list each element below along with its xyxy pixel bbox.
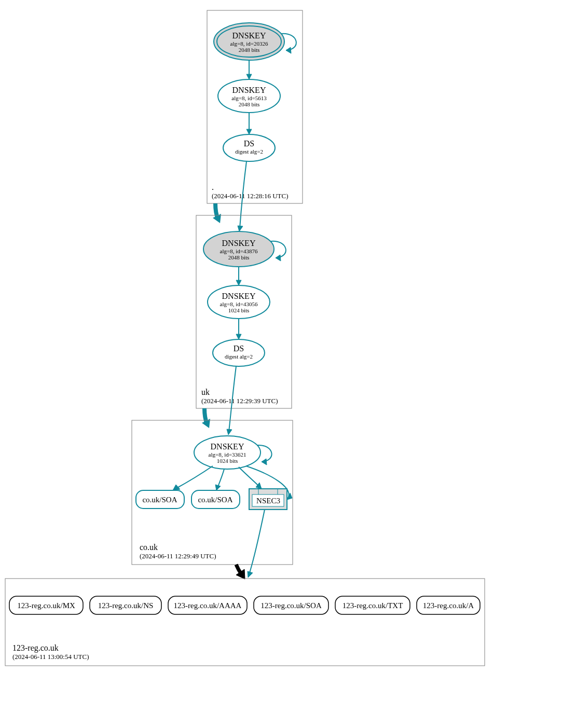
svg-text:123-reg.co.uk/AAAA: 123-reg.co.uk/AAAA (174, 601, 242, 610)
zone-root: . (2024-06-11 12:28:16 UTC) DNSKEY alg=8… (207, 10, 303, 203)
svg-marker-32 (236, 334, 241, 339)
edge-nsec3-domain (248, 510, 265, 578)
svg-text:NSEC3: NSEC3 (256, 497, 280, 505)
svg-text:2048 bits: 2048 bits (228, 254, 250, 260)
svg-text:2048 bits: 2048 bits (239, 47, 260, 53)
svg-marker-33 (227, 429, 232, 435)
svg-text:DNSKEY: DNSKEY (211, 442, 244, 451)
svg-text:DS: DS (234, 344, 244, 353)
zone-uk: uk (2024-06-11 12:29:39 UTC) DNSKEY alg=… (196, 215, 292, 408)
zone-uk-ts: (2024-06-11 12:29:39 UTC) (201, 397, 278, 405)
svg-text:co.uk/SOA: co.uk/SOA (198, 496, 232, 504)
zone-couk-ts: (2024-06-11 12:29:49 UTC) (140, 552, 216, 560)
svg-marker-16 (238, 226, 243, 231)
svg-text:123-reg.co.uk/TXT: 123-reg.co.uk/TXT (342, 601, 403, 610)
svg-marker-53 (287, 493, 292, 500)
svg-text:123-reg.co.uk/MX: 123-reg.co.uk/MX (17, 601, 75, 610)
svg-marker-51 (215, 485, 221, 490)
svg-text:DNSKEY: DNSKEY (232, 86, 266, 94)
svg-text:123-reg.co.uk/NS: 123-reg.co.uk/NS (98, 601, 154, 610)
edge-uk-ksk-zsk (236, 267, 241, 285)
svg-text:2048 bits: 2048 bits (239, 101, 260, 107)
zone-root-ts: (2024-06-11 12:28:16 UTC) (212, 192, 289, 200)
domain-aaaa[interactable]: 123-reg.co.uk/AAAA (168, 596, 247, 614)
zone-root-name: . (212, 183, 214, 191)
svg-marker-50 (173, 485, 180, 490)
svg-point-29 (213, 339, 265, 366)
domain-txt[interactable]: 123-reg.co.uk/TXT (335, 596, 410, 614)
edge-couk-zsk-soa2 (215, 469, 224, 490)
edge-uk-zsk-ds (236, 319, 241, 339)
svg-text:digest alg=2: digest alg=2 (235, 148, 263, 155)
svg-text:alg=8, id=43876: alg=8, id=43876 (220, 248, 258, 254)
root-zsk-node[interactable]: DNSKEY alg=8, id=5613 2048 bits (218, 79, 280, 113)
svg-text:alg=8, id=33621: alg=8, id=33621 (209, 451, 246, 458)
svg-marker-40 (262, 459, 267, 465)
delegation-root-uk (213, 203, 221, 223)
zone-domain-ts: (2024-06-11 13:00:54 UTC) (12, 653, 89, 661)
root-ds-node[interactable]: DS digest alg=2 (223, 134, 275, 161)
svg-point-12 (223, 134, 275, 161)
svg-text:1024 bits: 1024 bits (228, 307, 250, 313)
svg-marker-23 (276, 255, 281, 261)
svg-text:123-reg.co.uk/A: 123-reg.co.uk/A (423, 601, 474, 610)
uk-ds-node[interactable]: DS digest alg=2 (213, 339, 265, 366)
uk-zsk-node[interactable]: DNSKEY alg=8, id=43056 1024 bits (208, 285, 270, 319)
svg-text:123-reg.co.uk/SOA: 123-reg.co.uk/SOA (261, 601, 322, 610)
zone-couk-name: co.uk (140, 543, 158, 552)
delegation-couk-domain (236, 565, 245, 579)
couk-soa1[interactable]: co.uk/SOA (136, 490, 184, 509)
svg-text:digest alg=2: digest alg=2 (225, 353, 253, 360)
svg-text:1024 bits: 1024 bits (217, 458, 238, 464)
svg-text:co.uk/SOA: co.uk/SOA (142, 496, 177, 504)
svg-text:DNSKEY: DNSKEY (222, 292, 256, 300)
svg-marker-6 (286, 47, 291, 53)
edge-root-ksk-zsk (246, 60, 252, 79)
domain-a[interactable]: 123-reg.co.uk/A (417, 596, 480, 614)
svg-marker-54 (248, 571, 253, 578)
svg-text:alg=8, id=20326: alg=8, id=20326 (230, 40, 268, 47)
edge-root-zsk-ds (246, 113, 252, 134)
zone-couk: co.uk (2024-06-11 12:29:49 UTC) DNSKEY a… (132, 420, 293, 565)
zone-domain: 123-reg.co.uk (2024-06-11 13:00:54 UTC) … (5, 579, 485, 666)
delegation-uk-couk (202, 408, 210, 428)
domain-mx[interactable]: 123-reg.co.uk/MX (9, 596, 83, 614)
edge-couk-zsk-soa1 (173, 466, 213, 490)
zone-uk-name: uk (201, 388, 210, 396)
zone-domain-name: 123-reg.co.uk (12, 643, 59, 653)
svg-text:DS: DS (244, 139, 254, 148)
couk-soa2[interactable]: co.uk/SOA (191, 490, 240, 509)
uk-ksk-node[interactable]: DNSKEY alg=8, id=43876 2048 bits (203, 231, 274, 267)
svg-marker-28 (236, 280, 241, 285)
svg-text:DNSKEY: DNSKEY (222, 239, 256, 248)
couk-zsk-node[interactable]: DNSKEY alg=8, id=33621 1024 bits (194, 436, 261, 469)
couk-nsec3[interactable]: NSEC3 (249, 489, 287, 510)
svg-text:alg=8, id=5613: alg=8, id=5613 (231, 95, 267, 101)
domain-soa[interactable]: 123-reg.co.uk/SOA (254, 596, 328, 614)
svg-marker-11 (246, 74, 252, 79)
svg-marker-15 (246, 129, 252, 134)
svg-text:DNSKEY: DNSKEY (232, 31, 266, 40)
svg-text:alg=8, id=43056: alg=8, id=43056 (220, 301, 258, 307)
domain-ns[interactable]: 123-reg.co.uk/NS (90, 596, 161, 614)
root-ksk-node[interactable]: DNSKEY alg=8, id=20326 2048 bits (214, 23, 284, 60)
